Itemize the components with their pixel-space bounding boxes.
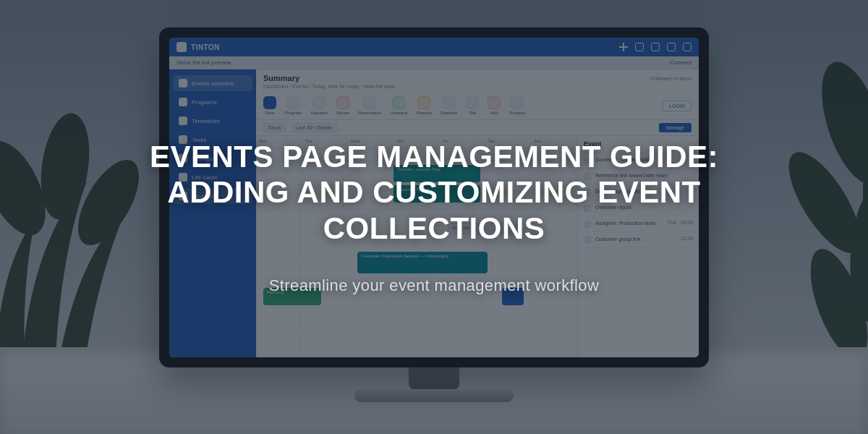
hero-headline: EVENTS PAGE MANAGEMENT GUIDE: ADDING AND… <box>87 139 781 247</box>
hero-subheadline: Streamline your event management workflo… <box>269 276 600 295</box>
hero-overlay: EVENTS PAGE MANAGEMENT GUIDE: ADDING AND… <box>0 0 868 434</box>
